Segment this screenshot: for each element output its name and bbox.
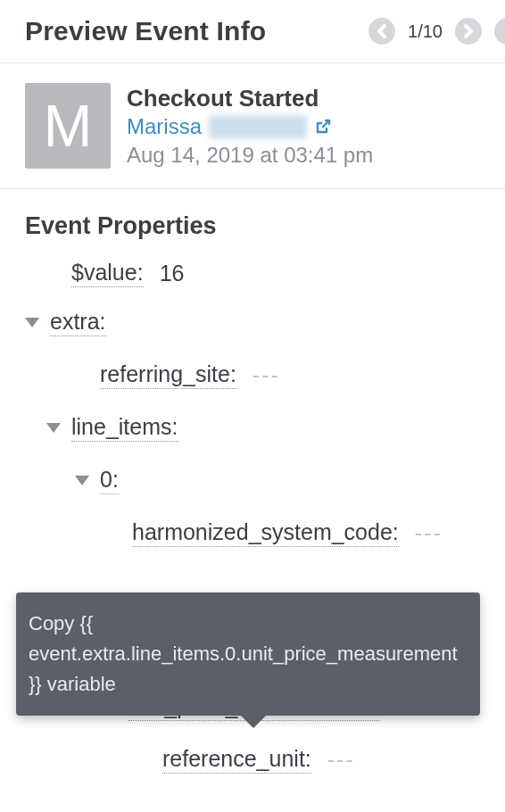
event-meta: Checkout Started Marissa Aug 14, 2019 at… bbox=[127, 85, 373, 168]
prop-row-index-0: 0: bbox=[25, 467, 480, 494]
event-timestamp: Aug 14, 2019 at 03:41 pm bbox=[127, 143, 373, 168]
prop-val-hsc: --- bbox=[415, 520, 443, 546]
prop-key-extra[interactable]: extra: bbox=[50, 309, 106, 336]
prop-key-index-0[interactable]: 0: bbox=[100, 467, 119, 494]
caret-icon[interactable] bbox=[46, 423, 61, 433]
user-last-redacted bbox=[209, 115, 307, 138]
page-title: Preview Event Info bbox=[25, 16, 266, 46]
event-summary: M Checkout Started Marissa Aug 14, 2019 … bbox=[0, 63, 505, 189]
preview-header: Preview Event Info 1/10 bbox=[0, 0, 505, 63]
prop-row-line-items: line_items: bbox=[25, 414, 480, 442]
prop-key-referring-site[interactable]: referring_site: bbox=[100, 361, 236, 389]
prop-row-reference-unit: reference_unit: --- bbox=[25, 746, 480, 774]
caret-icon[interactable] bbox=[75, 476, 89, 485]
prop-val-referring-site: --- bbox=[252, 362, 280, 388]
prop-key-line-items[interactable]: line_items: bbox=[71, 414, 178, 442]
external-link-icon[interactable] bbox=[314, 118, 332, 136]
caret-icon[interactable] bbox=[25, 318, 39, 327]
page-indicator: 1/10 bbox=[408, 21, 443, 42]
extra-button[interactable] bbox=[494, 18, 505, 45]
next-button[interactable] bbox=[455, 18, 482, 45]
avatar: M bbox=[25, 83, 111, 169]
chevron-right-icon bbox=[462, 24, 475, 38]
prop-row-hsc: harmonized_system_code: --- bbox=[25, 519, 480, 547]
prop-key-hsc[interactable]: harmonized_system_code: bbox=[132, 519, 399, 547]
prop-row-value: $value: 16 bbox=[25, 260, 480, 287]
event-name: Checkout Started bbox=[127, 85, 373, 112]
avatar-letter: M bbox=[44, 96, 93, 155]
prop-key-value[interactable]: $value: bbox=[71, 260, 144, 287]
copy-variable-tooltip[interactable]: Copy {{ event.extra.line_items.0.unit_pr… bbox=[16, 592, 480, 716]
pager: 1/10 bbox=[368, 18, 505, 45]
chevron-left-icon bbox=[376, 24, 388, 38]
prop-row-extra: extra: bbox=[25, 309, 480, 336]
prop-val-value: 16 bbox=[160, 261, 185, 286]
prev-button[interactable] bbox=[368, 18, 395, 45]
page-total: 10 bbox=[423, 21, 443, 41]
prop-row-referring-site: referring_site: --- bbox=[25, 361, 480, 389]
section-title: Event Properties bbox=[25, 212, 480, 240]
prop-key-reference-unit[interactable]: reference_unit: bbox=[162, 746, 311, 774]
prop-val-reference-unit: --- bbox=[327, 747, 355, 773]
user-line: Marissa bbox=[127, 114, 373, 139]
page-current: 1 bbox=[408, 21, 418, 41]
user-link[interactable]: Marissa bbox=[127, 114, 202, 139]
